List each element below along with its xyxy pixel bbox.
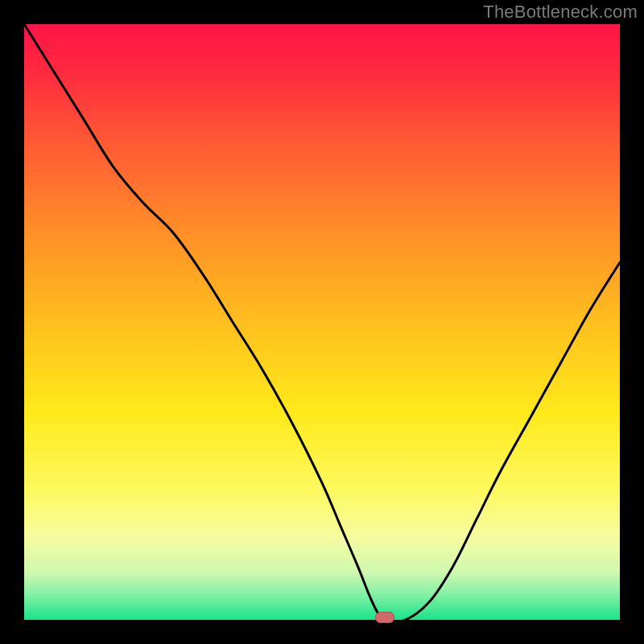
chart-frame: TheBottleneck.com bbox=[0, 0, 644, 644]
plot-svg bbox=[24, 24, 620, 620]
gradient-background bbox=[24, 24, 620, 620]
optimum-marker bbox=[375, 612, 394, 623]
plot-area bbox=[24, 24, 620, 620]
watermark: TheBottleneck.com bbox=[483, 2, 638, 23]
